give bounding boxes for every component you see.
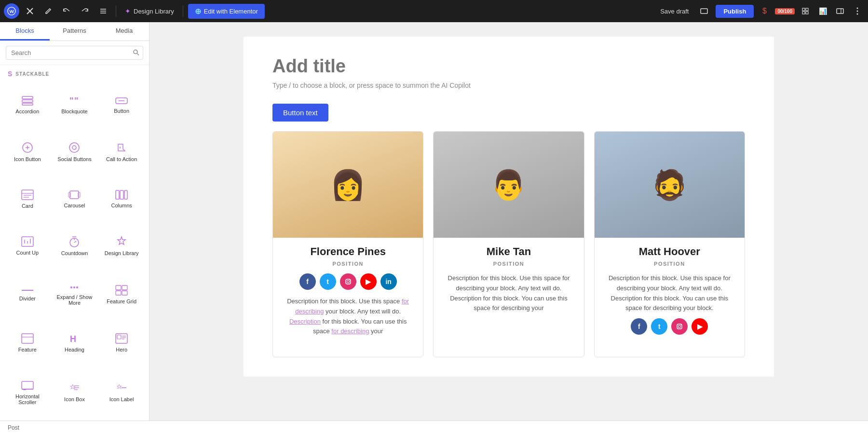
desc-link-1[interactable]: Description [289,318,321,325]
team-card-body-1: Mike Tan POSITION Description for this b… [434,238,583,321]
team-cards-grid: 👩 Florence Pines POSITION f t ▶ in [272,131,745,357]
svg-rect-41 [124,190,127,199]
list-view-button[interactable] [95,3,111,19]
sidebar-item-icon-box[interactable]: Icon Box [51,366,98,419]
search-input[interactable] [6,46,143,60]
sidebar-item-feature[interactable]: Feature [4,320,51,366]
button-text-button[interactable]: Button text [272,104,328,122]
pen-icon[interactable] [41,3,56,19]
social-ig-2[interactable] [671,318,688,335]
team-card-position-1: POSITION [441,261,576,267]
expand-label: Expand / Show More [53,294,96,306]
count-up-label: Count Up [16,250,39,256]
team-card-body-0: Florence Pines POSITION f t ▶ in [273,238,423,344]
page-editor: Type / to choose a block, or press space… [244,37,774,377]
striper-icon[interactable]: $ [758,4,771,18]
analytics-icon[interactable]: 📊 [816,4,829,18]
search-icon [133,49,139,57]
social-tw-2[interactable]: t [651,318,667,335]
close-button[interactable] [22,3,38,19]
icon-box-label: Icon Box [64,396,85,402]
sidebar-item-card[interactable]: Card [4,176,51,222]
team-card-socials-0: f t ▶ in [281,273,415,290]
page-subtitle: Type / to choose a block, or press space… [272,81,745,89]
page-title-input[interactable] [272,56,745,77]
social-ig-0[interactable] [340,273,356,290]
sidebar-item-feature-grid[interactable]: Feature Grid [98,270,145,320]
team-card-position-2: POSITION [602,261,737,267]
edit-elementor-button[interactable]: ⊕ Edit with Elementor [188,4,265,19]
sidebar-item-carousel[interactable]: Carousel [51,176,98,222]
design-library-icon [116,236,127,247]
sidebar-item-social-buttons[interactable]: Social Buttons [51,128,98,176]
social-fb-0[interactable]: f [299,273,316,290]
svg-rect-62 [117,335,121,339]
grid-icon[interactable] [799,4,812,18]
sidebar-item-call-to-action[interactable]: Call to Action [98,128,145,176]
svg-rect-36 [70,191,79,199]
sidebar-item-hero[interactable]: Hero [98,320,145,366]
sidebar-item-countdown[interactable]: Countdown [51,222,98,270]
icon-label-icon [115,383,128,393]
sidebar-item-design-library[interactable]: Design Library [98,222,145,270]
redo-button[interactable] [77,3,93,19]
sidebar-item-count-up[interactable]: Count Up [4,222,51,270]
preview-icon[interactable] [696,3,712,19]
sidebar-tabs: Blocks Patterns Media [0,22,149,41]
sidebar-item-heading[interactable]: H Heading [51,320,98,366]
icon-button-label: Icon Button [14,156,41,162]
sidebar-item-horizontal-scroller[interactable]: Horizontal Scroller [4,366,51,419]
carousel-icon [68,190,81,200]
social-yt-2[interactable]: ▶ [692,318,708,335]
svg-text:": " [69,96,74,106]
svg-rect-11 [806,12,808,14]
desc-link-0[interactable]: for describing [295,298,409,315]
feature-label: Feature [18,347,37,353]
team-card-img-0: 👩 [273,132,423,238]
sidebar-item-accordion[interactable]: Accordion [4,82,51,128]
tab-media[interactable]: Media [99,22,149,41]
sidebar-item-columns[interactable]: Columns [98,176,145,222]
social-li-0[interactable]: in [380,273,397,290]
social-yt-0[interactable]: ▶ [360,273,377,290]
svg-point-51 [70,286,72,288]
svg-rect-39 [116,190,119,199]
social-fb-2[interactable]: f [631,318,647,335]
stackable-icon: ✦ [125,7,131,15]
svg-rect-56 [116,291,121,295]
undo-button[interactable] [59,3,74,19]
separator [116,5,116,17]
tab-patterns[interactable]: Patterns [50,22,99,41]
sidebar-item-blockquote[interactable]: "" Blockquote [51,82,98,128]
save-draft-button[interactable]: Save draft [656,6,692,17]
team-card-0: 👩 Florence Pines POSITION f t ▶ in [272,131,423,357]
svg-rect-58 [22,334,33,343]
sidebar-search-area [0,41,149,65]
sidebar-item-divider[interactable]: Divider [4,270,51,320]
svg-point-15 [857,11,858,12]
card-icon [21,190,34,200]
heading-icon: H [69,333,80,344]
tab-blocks[interactable]: Blocks [0,22,50,41]
svg-text:H: H [70,334,76,344]
accordion-label: Accordion [15,108,39,114]
svg-text:W: W [10,9,14,14]
design-library-label: Design Library [134,8,174,15]
sidebar-item-expand[interactable]: Expand / Show More [51,270,98,320]
sidebar-item-button[interactable]: Button [98,82,145,128]
wp-logo[interactable]: W [4,3,19,19]
team-card-name-1: Mike Tan [441,245,576,258]
design-library-button[interactable]: ✦ Design Library [121,5,178,17]
bottom-bar-post-label: Post [8,424,19,431]
svg-marker-73 [117,384,122,388]
svg-point-17 [134,50,137,54]
social-tw-0[interactable]: t [320,273,336,290]
more-options-icon[interactable] [851,4,864,18]
desc-link-2[interactable]: for describing [331,327,369,335]
publish-button[interactable]: Publish [716,5,754,18]
elementor-icon: ⊕ [195,7,201,16]
svg-point-16 [857,14,858,15]
sidebar-item-icon-button[interactable]: Icon Button [4,128,51,176]
sidebar-toggle-icon[interactable] [833,4,847,18]
sidebar-item-icon-label[interactable]: Icon Label [98,366,145,419]
